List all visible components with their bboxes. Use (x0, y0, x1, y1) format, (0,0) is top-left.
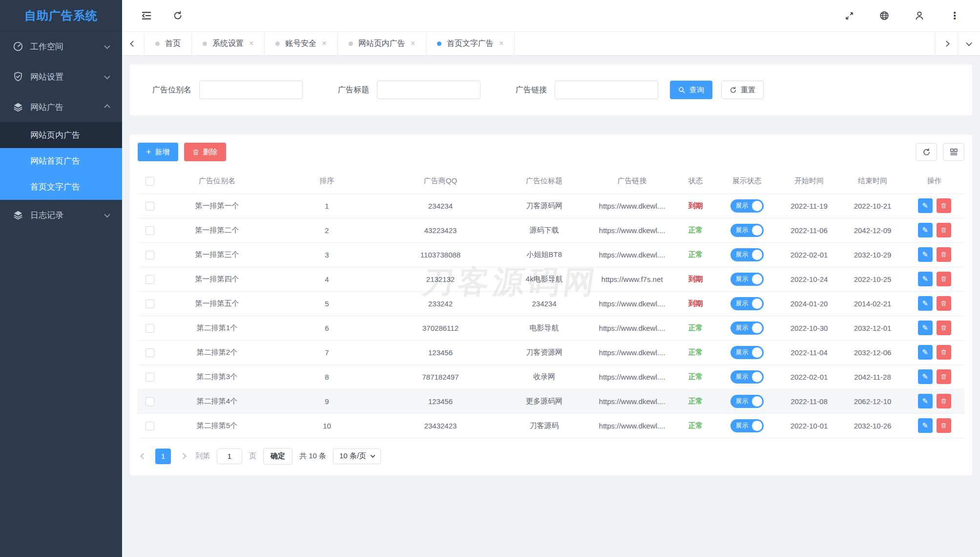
edit-button[interactable]: ✎ (918, 296, 933, 311)
sidebar-subitem[interactable]: 网站页内广告 (0, 122, 122, 148)
cell-title: 刀客源码 (499, 413, 589, 438)
delete-row-button[interactable] (937, 321, 951, 335)
next-page-button[interactable] (178, 454, 188, 458)
tabs-dropdown-button[interactable] (958, 32, 980, 55)
delete-button[interactable]: 删除 (184, 143, 226, 161)
cell-alias: 第一排第五个 (162, 291, 272, 316)
edit-button[interactable]: ✎ (918, 247, 933, 262)
tab[interactable]: 首页文字广告 × (426, 32, 515, 55)
edit-button[interactable]: ✎ (918, 198, 933, 213)
sidebar-subitem[interactable]: 网站首页广告 (0, 148, 122, 174)
row-checkbox[interactable] (146, 348, 154, 357)
row-checkbox[interactable] (146, 202, 154, 211)
page-size-select[interactable]: 10 条/页 (333, 449, 381, 464)
shield-icon (13, 71, 23, 82)
table-row: 第二排第5个 10 23432423 刀客源码 https://www.dkew… (138, 413, 964, 438)
refresh-icon[interactable] (172, 10, 184, 21)
delete-row-button[interactable] (937, 418, 951, 433)
select-all-checkbox[interactable] (146, 177, 154, 186)
sidebar-item-logs[interactable]: 日志记录 (0, 200, 122, 230)
display-toggle[interactable]: 展示 (730, 224, 764, 237)
reset-button[interactable]: 重置 (721, 81, 764, 99)
delete-row-button[interactable] (937, 198, 951, 213)
row-checkbox[interactable] (146, 275, 154, 284)
display-toggle[interactable]: 展示 (730, 370, 764, 384)
row-checkbox[interactable] (146, 324, 154, 333)
delete-row-button[interactable] (937, 345, 951, 360)
edit-button[interactable]: ✎ (918, 394, 933, 408)
tabs-scroll-right-button[interactable] (935, 32, 958, 55)
delete-row-button[interactable] (937, 272, 951, 286)
table-refresh-button[interactable] (916, 143, 937, 161)
delete-row-button[interactable] (937, 296, 951, 311)
tab[interactable]: 网站页内广告 × (338, 32, 426, 55)
row-checkbox[interactable] (146, 373, 154, 382)
pencil-icon: ✎ (922, 348, 928, 357)
sidebar-item-site-ads[interactable]: 网站广告 (0, 92, 122, 122)
row-checkbox[interactable] (146, 422, 154, 430)
display-toggle-label: 展示 (730, 372, 749, 381)
row-checkbox[interactable] (146, 251, 154, 259)
row-checkbox[interactable] (146, 397, 154, 406)
delete-row-button[interactable] (937, 369, 951, 384)
display-toggle-label: 展示 (730, 201, 749, 210)
tab-label: 网站页内广告 (358, 39, 405, 49)
kebab-menu-icon[interactable]: ⋮ (949, 10, 960, 21)
edit-button[interactable]: ✎ (918, 321, 933, 335)
tab-close-icon[interactable]: × (411, 40, 415, 47)
content: 广告位别名 广告标题 广告链接 查询 重置 刀客源码网 (122, 56, 980, 557)
tab[interactable]: 首页 × (145, 32, 192, 55)
row-checkbox[interactable] (146, 226, 154, 235)
column-settings-button[interactable] (943, 143, 964, 161)
tab-close-icon[interactable]: × (322, 40, 326, 47)
tab[interactable]: 账号安全 × (265, 32, 337, 55)
search-field-input[interactable] (555, 81, 658, 99)
jump-confirm-button[interactable]: 确定 (263, 448, 292, 465)
tab-close-icon[interactable]: × (249, 40, 253, 47)
display-toggle[interactable]: 展示 (730, 248, 764, 261)
tab-close-icon[interactable]: × (499, 40, 503, 47)
delete-row-button[interactable] (937, 247, 951, 262)
edit-button[interactable]: ✎ (918, 272, 933, 286)
cell-alias: 第一排第四个 (162, 267, 272, 291)
display-toggle[interactable]: 展示 (730, 419, 764, 432)
chevron-down-icon (371, 453, 375, 458)
menu-fold-icon[interactable] (141, 10, 152, 21)
cell-start-time: 2022-11-04 (777, 340, 841, 364)
display-toggle[interactable]: 展示 (730, 346, 764, 359)
toggle-knob-icon (752, 250, 762, 260)
table-row: 第二排第2个 7 123456 刀客资源网 https://www.dkewl.… (138, 340, 964, 364)
prev-page-button[interactable] (138, 454, 148, 458)
cell-alias: 第二排第1个 (162, 316, 272, 340)
cell-title: 电影导航 (499, 316, 589, 340)
fullscreen-icon[interactable] (843, 10, 855, 21)
delete-row-button[interactable] (937, 394, 951, 408)
display-toggle[interactable]: 展示 (730, 395, 764, 408)
display-toggle[interactable]: 展示 (730, 199, 764, 213)
cell-qq: 23432423 (382, 413, 499, 438)
edit-button[interactable]: ✎ (918, 369, 933, 384)
page-number-button[interactable]: 1 (155, 449, 171, 464)
display-toggle[interactable]: 展示 (730, 321, 764, 335)
table-row: 第二排第3个 8 787182497 收录网 https://www.dkewl… (138, 364, 964, 389)
search-field-input[interactable] (377, 81, 480, 99)
query-button[interactable]: 查询 (670, 81, 712, 99)
edit-button[interactable]: ✎ (918, 345, 933, 360)
edit-button[interactable]: ✎ (918, 223, 933, 237)
row-checkbox[interactable] (146, 300, 154, 308)
user-icon[interactable] (914, 10, 925, 21)
add-button[interactable]: + 新增 (138, 143, 178, 161)
sidebar-subitem[interactable]: 首页文字广告 (0, 174, 122, 200)
sidebar-item-workspace[interactable]: 工作空间 (0, 31, 122, 62)
sidebar-item-site-settings[interactable]: 网站设置 (0, 62, 122, 92)
tabs-scroll-left-button[interactable] (122, 32, 145, 55)
display-toggle[interactable]: 展示 (730, 297, 764, 310)
tab[interactable]: 系统设置 × (192, 32, 265, 55)
search-field-input[interactable] (199, 81, 303, 99)
display-toggle[interactable]: 展示 (730, 273, 764, 286)
edit-button[interactable]: ✎ (918, 418, 933, 433)
delete-row-button[interactable] (937, 223, 951, 237)
search-field-label: 广告链接 (516, 85, 547, 95)
globe-icon[interactable] (878, 10, 890, 21)
jump-page-input[interactable] (217, 449, 242, 464)
